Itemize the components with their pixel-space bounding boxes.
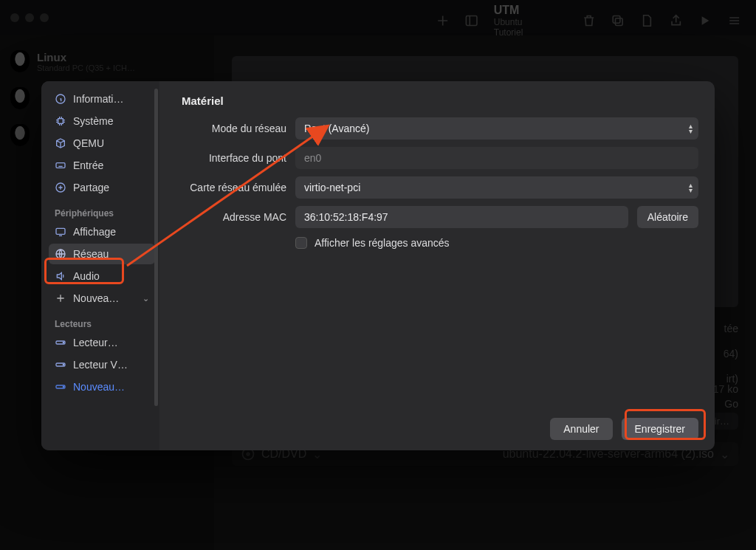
sidebar-item-qemu[interactable]: QEMU: [49, 133, 155, 154]
sidebar-item-label: Nouveau…: [73, 381, 125, 393]
sidebar-item-label: Lecteur…: [73, 337, 118, 348]
share-icon: [669, 13, 683, 28]
svg-rect-8: [56, 163, 65, 168]
updown-icon: ▴▾: [689, 123, 693, 134]
cube-icon: [55, 137, 66, 149]
sidebar-icon: [464, 13, 478, 28]
svg-point-13: [63, 342, 63, 343]
save-button[interactable]: Enregistrer: [622, 418, 698, 440]
chip-icon: [55, 115, 66, 127]
vm-subtitle: Standard PC (Q35 + ICH…: [37, 63, 135, 72]
mac-random-button[interactable]: Aléatoire: [637, 206, 698, 228]
tux-icon: [10, 87, 30, 109]
sidebar-item-drive-1[interactable]: Lecteur…: [49, 332, 155, 353]
input-value: en0: [304, 152, 321, 164]
select-value: Pont (Avancé): [304, 123, 369, 134]
sidebar-item-label: Réseau: [73, 248, 109, 260]
sidebar-item-sharing[interactable]: Partage: [49, 177, 155, 198]
window-subtitle: Ubuntu Tutoriel: [494, 17, 552, 38]
settings-sheet: Informati… Système QEMU Entrée Partage P…: [41, 81, 715, 450]
keyboard-icon: [55, 159, 66, 171]
bridge-interface-label: Interface du pont: [176, 152, 286, 164]
input-value: 36:10:52:18:F4:97: [304, 211, 388, 223]
bridge-interface-input[interactable]: en0: [295, 147, 698, 169]
updown-icon: ▴▾: [689, 182, 693, 193]
svg-point-15: [63, 364, 63, 365]
network-mode-select[interactable]: Pont (Avancé) ▴▾: [295, 117, 698, 140]
svg-rect-7: [58, 119, 63, 124]
svg-rect-10: [56, 228, 65, 234]
sidebar-item-label: Audio: [73, 270, 100, 282]
sidebar-item-label: Informati…: [73, 93, 123, 105]
sidebar-item-new-peripheral[interactable]: Nouvea… ⌄: [49, 288, 155, 309]
svg-rect-1: [616, 18, 623, 26]
settings-sidebar: Informati… Système QEMU Entrée Partage P…: [41, 81, 159, 450]
speaker-icon: [55, 270, 66, 282]
drive-icon: [55, 337, 66, 348]
doc-icon: [639, 13, 653, 28]
mac-address-label: Adresse MAC: [176, 211, 286, 223]
drive-icon: [55, 381, 66, 393]
svg-rect-0: [467, 16, 478, 26]
emulated-card-select[interactable]: virtio-net-pci ▴▾: [295, 176, 698, 199]
traffic-lights: [10, 13, 49, 22]
sidebar-item-label: Lecteur V…: [73, 359, 128, 371]
sidebar-item-input[interactable]: Entrée: [49, 155, 155, 176]
sidebar-item-system[interactable]: Système: [49, 111, 155, 131]
vm-name: Linux: [37, 51, 135, 63]
tux-icon: [10, 50, 30, 72]
cancel-button[interactable]: Annuler: [550, 418, 612, 440]
section-title: Matériel: [182, 94, 698, 107]
svg-rect-2: [613, 16, 620, 24]
plus-icon: [436, 13, 450, 28]
sidebar-item-information[interactable]: Informati…: [49, 89, 155, 109]
emulated-card-label: Carte réseau émulée: [176, 182, 286, 193]
sliders-icon: [727, 13, 741, 28]
mac-address-input[interactable]: 36:10:52:18:F4:97: [295, 206, 628, 228]
duplicate-icon: [611, 13, 625, 28]
share-icon: [55, 182, 66, 193]
advanced-label: Afficher les réglages avancés: [315, 237, 450, 249]
play-icon: [698, 13, 712, 28]
svg-point-5: [247, 453, 249, 455]
sidebar-group-peripherals: Périphériques: [49, 199, 155, 221]
sidebar-item-display[interactable]: Affichage: [49, 221, 155, 242]
sidebar-item-label: Système: [73, 115, 113, 127]
sidebar-item-label: Entrée: [73, 159, 103, 171]
sidebar-item-network[interactable]: Réseau: [49, 244, 155, 264]
sidebar-item-label: Nouvea…: [73, 292, 119, 304]
settings-content: Matériel Mode du réseau Pont (Avancé) ▴▾…: [159, 81, 715, 450]
sidebar-group-drives: Lecteurs: [49, 310, 155, 332]
tux-icon: [10, 124, 30, 146]
info-icon: [55, 93, 66, 105]
chevron-down-icon: ⌄: [142, 294, 149, 303]
trash-icon: [582, 13, 596, 28]
select-value: virtio-net-pci: [304, 182, 360, 193]
network-mode-label: Mode du réseau: [176, 123, 286, 134]
sidebar-item-label: Partage: [73, 182, 109, 193]
window-title: UTM: [494, 4, 552, 17]
display-icon: [55, 226, 66, 238]
sidebar-item-drive-new[interactable]: Nouveau…: [49, 377, 155, 397]
sidebar-item-label: QEMU: [73, 137, 104, 149]
advanced-checkbox[interactable]: [295, 237, 307, 249]
sidebar-item-audio[interactable]: Audio: [49, 266, 155, 286]
scrollbar[interactable]: [154, 89, 158, 406]
plus-icon: [55, 292, 66, 304]
drive-icon: [55, 359, 66, 371]
svg-point-17: [63, 386, 63, 387]
sidebar-item-drive-2[interactable]: Lecteur V…: [49, 354, 155, 375]
globe-icon: [55, 248, 66, 260]
sidebar-item-label: Affichage: [73, 226, 116, 238]
